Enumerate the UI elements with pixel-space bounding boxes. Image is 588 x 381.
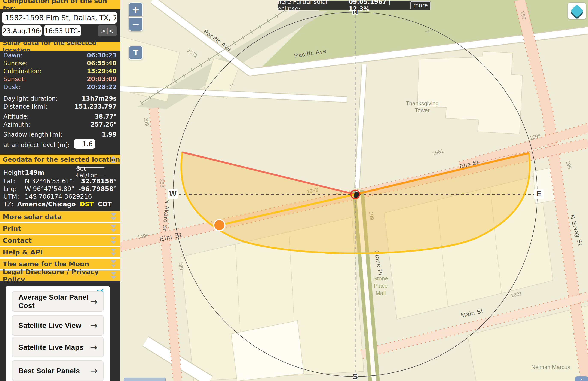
accordion-label: Legal Disclosure / Privacy Policy <box>3 268 120 283</box>
chevron-double-down-icon <box>111 272 116 279</box>
promo-link-label: Average Solar Panel Cost <box>12 293 90 310</box>
sync-time-button[interactable]: >|< <box>98 25 117 36</box>
row-value: 1.99 <box>102 131 117 138</box>
solar-row-culmination: Culmination: 13:29:40 <box>3 68 117 75</box>
time-input[interactable] <box>44 25 81 36</box>
arrow-right-icon: → <box>90 342 103 353</box>
accordion-legal[interactable]: Legal Disclosure / Privacy Policy <box>0 270 120 281</box>
arrow-right-icon: → <box>90 320 103 331</box>
promo-link-satellite-live-view[interactable]: Satellite Live View → <box>12 315 104 336</box>
accordion-moon[interactable]: The same for the Moon <box>0 258 120 269</box>
accordion-label: More solar data <box>3 213 62 221</box>
poi-label-stone-place-mall: Place <box>374 283 387 289</box>
solar-row-altitude: Altitude: 38.77° <box>3 113 117 120</box>
layers-button[interactable] <box>568 2 586 19</box>
promo-link-label: Satellite Live View <box>12 321 90 330</box>
row-label: Lat: <box>3 177 15 185</box>
row-label: Altitude: <box>3 113 29 120</box>
compass-south-label: S <box>353 372 358 381</box>
promo-link-label: Satellite Live Maps <box>12 343 90 351</box>
eclipse-banner: here Partial solar eclipse: 09.05.1967 |… <box>277 1 431 10</box>
geodata-row-lat: Lat: N 32°46'53.61" 32.78156° <box>3 177 117 185</box>
accordion-label: Contact <box>3 236 32 244</box>
accordion-label: The same for the Moon <box>3 260 89 268</box>
poi-label-stone-place-mall: Mall <box>376 290 386 296</box>
row-value: 151.233.797 <box>74 103 117 110</box>
row-value: 38.77° <box>95 113 117 120</box>
terrain-button[interactable]: T <box>129 46 143 60</box>
row-label: Height: <box>3 169 26 176</box>
geodata-section-title: Geodata for the selected location <box>0 154 120 164</box>
row-label: UTM: <box>3 193 19 200</box>
row-value-deg: 32.78156° <box>81 177 117 185</box>
compass-east-label: E <box>536 190 541 198</box>
sun-position-marker[interactable] <box>214 220 225 231</box>
address-input[interactable] <box>2 12 117 23</box>
row-label: Daylight duration: <box>3 95 58 102</box>
collapse-section-icon[interactable] <box>111 156 116 163</box>
accordion-print[interactable]: Print <box>0 223 120 234</box>
arrow-right-icon: → <box>90 296 103 307</box>
row-label: Azimuth: <box>3 121 30 128</box>
accordion-help-api[interactable]: Help & API <box>0 247 120 257</box>
info-button[interactable]: ⋮ <box>575 376 588 381</box>
row-value-dms: N 32°46'53.61" <box>25 177 73 185</box>
housenumber-label: 199 <box>178 261 185 270</box>
layers-icon <box>570 4 584 18</box>
app-window: Pacific Ave Pacific Ave Elm St Elm St N … <box>0 0 588 381</box>
promo-link-best-solar-panels[interactable]: Best Solar Panels → <box>12 360 104 381</box>
sidebar-header: Computation path of the sun for: <box>0 0 120 9</box>
zoom-out-button[interactable]: − <box>129 17 143 31</box>
timezone-value: America/Chicago <box>17 201 76 208</box>
solar-row-daylight-duration: Daylight duration: 13h7m29s <box>3 95 117 102</box>
row-label: Shadow length [m]: <box>3 131 63 138</box>
promo-link-solar-panel-cost[interactable]: Average Solar Panel Cost → <box>12 291 104 312</box>
chevron-double-down-icon <box>111 237 116 244</box>
chevron-double-down-icon <box>111 225 116 232</box>
row-value: 13h7m29s <box>82 95 117 102</box>
eclipse-banner-text: here Partial solar eclipse: <box>277 0 346 12</box>
row-label: Sunrise: <box>3 60 28 67</box>
row-value: 06:30:23 <box>87 52 117 59</box>
promo-link-satellite-live-maps[interactable]: Satellite Live Maps → <box>12 337 104 358</box>
solar-row-azimuth: Azimuth: 257.26° <box>3 121 117 128</box>
set-latlon-button[interactable]: Set Lat/Lon <box>76 167 105 176</box>
solar-row-shadow-length: Shadow length [m]: 1.99 <box>3 131 117 138</box>
object-level-input[interactable] <box>74 139 95 148</box>
solar-row-dusk: Dusk: 20:28:22 <box>3 84 117 90</box>
row-label: TZ: <box>3 201 14 208</box>
row-value: 14S 706174 3629216 <box>25 193 92 200</box>
promo-link-label: Best Solar Panels <box>12 367 90 375</box>
row-value-dms: W 96°47'54.89" <box>25 185 74 192</box>
row-label: Lng: <box>3 185 17 192</box>
housenumber-label: 253 <box>159 178 165 188</box>
row-value: 06:55:40 <box>87 60 117 67</box>
promo-panel: Average Solar Panel Cost → Satellite Liv… <box>6 286 109 381</box>
eclipse-banner-value: 09.05.1967 | 12.3% <box>349 0 408 12</box>
sidebar: Computation path of the sun for: >|< Sol… <box>0 0 120 381</box>
row-value: 20:03:09 <box>87 76 117 83</box>
poi-label-thanksgiving-tower: Tower <box>415 107 430 113</box>
chevron-double-down-icon <box>111 260 116 268</box>
timezone-abbr: CDT <box>98 201 112 208</box>
dst-badge: DST <box>80 201 94 208</box>
compass-west-label: W <box>169 190 177 198</box>
zoom-in-button[interactable]: + <box>129 2 143 17</box>
accordion-more-solar-data[interactable]: More solar data <box>0 212 120 222</box>
date-input[interactable] <box>2 25 42 36</box>
row-label: Dawn: <box>3 52 22 59</box>
poi-label-thanksgiving-tower: Thanksgiving <box>406 100 439 106</box>
solar-row-dawn: Dawn: 06:30:23 <box>3 52 117 59</box>
eclipse-more-button[interactable]: more <box>410 1 431 9</box>
poi-label-neiman-marcus: Neiman Marcus <box>531 364 570 370</box>
arrow-right-icon: → <box>90 366 103 376</box>
accordion-contact[interactable]: Contact <box>0 235 120 246</box>
row-value: 20:28:22 <box>87 84 117 90</box>
row-value-deg: -96.79858° <box>78 185 117 192</box>
row-label: Distance [km]: <box>3 103 47 110</box>
row-label: Culmination: <box>3 68 42 75</box>
chevron-double-down-icon <box>111 213 116 220</box>
geodata-row-lng: Lng: W 96°47'54.89" -96.79858° <box>3 185 117 192</box>
solar-row-sunrise: Sunrise: 06:55:40 <box>3 60 117 67</box>
chevron-double-down-icon <box>111 249 116 256</box>
